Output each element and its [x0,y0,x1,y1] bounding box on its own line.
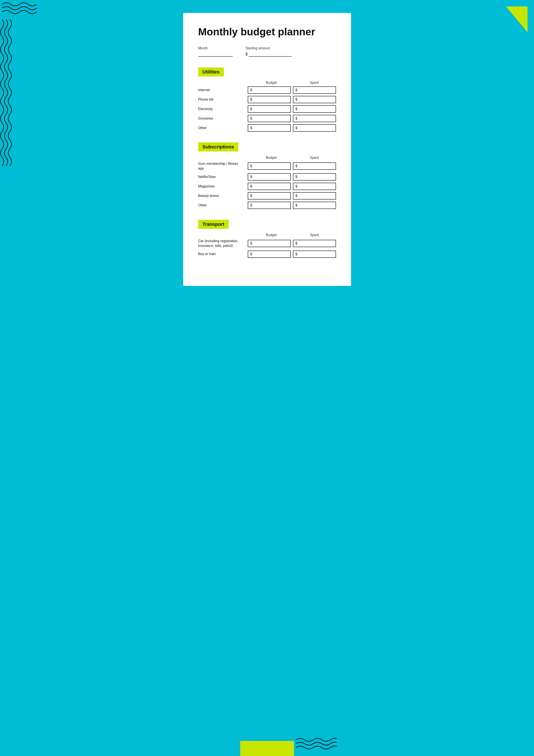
budget-input-subscriptions-3[interactable] [253,194,288,198]
spent-cell-utilities-0: $ [293,86,336,94]
dollar-sign-icon: $ [250,241,252,245]
budget-input-utilities-3[interactable] [253,117,288,121]
spent-input-utilities-0[interactable] [298,88,333,92]
section-label-subscriptions: Subscriptions [198,143,239,151]
budget-cell-transport-0: $ [248,240,291,247]
month-label: Month [198,46,233,50]
spent-input-subscriptions-1[interactable] [298,175,333,179]
budget-cell-utilities-4: $ [248,124,291,132]
spent-cell-utilities-1: $ [293,96,336,103]
columns-header-subscriptions: BudgetSpent [198,156,336,160]
budget-cell-subscriptions-1: $ [248,173,291,180]
spent-input-transport-1[interactable] [298,252,333,256]
table-row: Bus or train$$ [198,251,336,258]
budget-cell-utilities-2: $ [248,105,291,113]
sections-container: UtilitiesBudgetSpentInternet$$Phone bill… [198,68,336,258]
table-row: Groceries$$ [198,115,336,122]
month-input[interactable] [198,51,233,57]
main-card: Monthly budget planner Month Starting am… [183,13,351,286]
dollar-sign-icon: $ [295,107,297,111]
spent-cell-subscriptions-2: $ [293,183,336,190]
budget-input-transport-1[interactable] [253,252,288,256]
section-header-utilities: Utilities [198,68,336,76]
budget-cell-utilities-1: $ [248,96,291,103]
budget-input-subscriptions-1[interactable] [253,175,288,179]
table-row: Other$$ [198,202,336,209]
spent-input-utilities-4[interactable] [298,126,333,130]
budget-cell-utilities-3: $ [248,115,291,122]
svg-marker-0 [506,7,527,32]
dollar-sign-icon: $ [295,97,297,101]
table-row: Magazines$$ [198,183,336,190]
row-label-utilities-4: Other [198,125,245,130]
budget-input-utilities-0[interactable] [253,88,288,92]
column-header-utilities-0: Budget [250,81,293,85]
row-label-subscriptions-2: Magazines [198,184,245,189]
spent-input-utilities-1[interactable] [298,97,333,101]
table-row: Beauty boxes$$ [198,192,336,200]
starting-amount-label: Starting amount [245,46,292,50]
section-header-transport: Transport [198,220,336,229]
dollar-sign-icon: $ [295,164,297,168]
column-header-subscriptions-1: Spent [293,156,336,160]
columns-header-transport: BudgetSpent [198,233,336,237]
dollar-sign-icon: $ [295,241,297,245]
spent-input-subscriptions-0[interactable] [298,164,333,168]
budget-input-subscriptions-0[interactable] [253,164,288,168]
row-label-transport-1: Bus or train [198,252,245,256]
starting-amount-wrap: $ [245,51,292,57]
month-field: Month [198,46,233,57]
spent-input-transport-0[interactable] [298,241,333,245]
spent-input-subscriptions-2[interactable] [298,184,333,188]
budget-cell-subscriptions-4: $ [248,202,291,209]
dollar-sign-icon: $ [250,97,252,101]
dollar-sign-icon: $ [250,184,252,188]
spent-cell-subscriptions-4: $ [293,202,336,209]
spent-cell-subscriptions-3: $ [293,192,336,200]
budget-input-transport-0[interactable] [253,241,288,245]
spent-input-subscriptions-4[interactable] [298,203,333,207]
dollar-sign-icon: $ [295,184,297,188]
row-label-subscriptions-1: Netflix/Stan [198,175,245,179]
budget-cell-subscriptions-2: $ [248,183,291,190]
dollar-sign-icon: $ [295,175,297,179]
section-label-transport: Transport [198,220,229,229]
spent-input-utilities-3[interactable] [298,117,333,121]
row-label-utilities-1: Phone bill [198,97,245,102]
dollar-sign-icon: $ [295,126,297,130]
dollar-sign-icon: $ [295,252,297,256]
column-header-subscriptions-0: Budget [250,156,293,160]
section-transport: TransportBudgetSpentCar (including regis… [198,220,336,258]
spent-cell-transport-0: $ [293,240,336,247]
columns-header-utilities: BudgetSpent [198,81,336,85]
budget-input-utilities-2[interactable] [253,107,288,111]
dollar-sign-icon: $ [250,175,252,179]
dollar-sign-icon: $ [250,126,252,130]
spent-input-subscriptions-3[interactable] [298,194,333,198]
dollar-sign-icon: $ [250,88,252,92]
table-row: Internet$$ [198,86,336,94]
dollar-sign-icon: $ [250,194,252,198]
dollar-sign-icon: $ [295,117,297,121]
spent-input-utilities-2[interactable] [298,107,333,111]
budget-input-subscriptions-2[interactable] [253,184,288,188]
column-header-transport-1: Spent [293,233,336,237]
column-header-utilities-1: Spent [293,81,336,85]
budget-cell-transport-1: $ [248,251,291,258]
spent-cell-utilities-3: $ [293,115,336,122]
spent-cell-subscriptions-1: $ [293,173,336,180]
row-label-transport-0: Car (including registration, insurance, … [198,239,245,248]
dollar-sign-icon: $ [250,107,252,111]
spent-cell-utilities-4: $ [293,124,336,132]
budget-input-utilities-4[interactable] [253,126,288,130]
budget-input-subscriptions-4[interactable] [253,203,288,207]
dollar-sign-icon: $ [295,203,297,207]
table-row: Gym membership / fitness app$$ [198,161,336,171]
budget-input-utilities-1[interactable] [253,97,288,101]
budget-cell-utilities-0: $ [248,86,291,94]
spent-cell-utilities-2: $ [293,105,336,113]
starting-amount-input[interactable] [249,51,292,57]
row-label-utilities-2: Electricity [198,107,245,111]
header-row: Month Starting amount $ [198,46,336,57]
table-row: Phone bill$$ [198,96,336,103]
